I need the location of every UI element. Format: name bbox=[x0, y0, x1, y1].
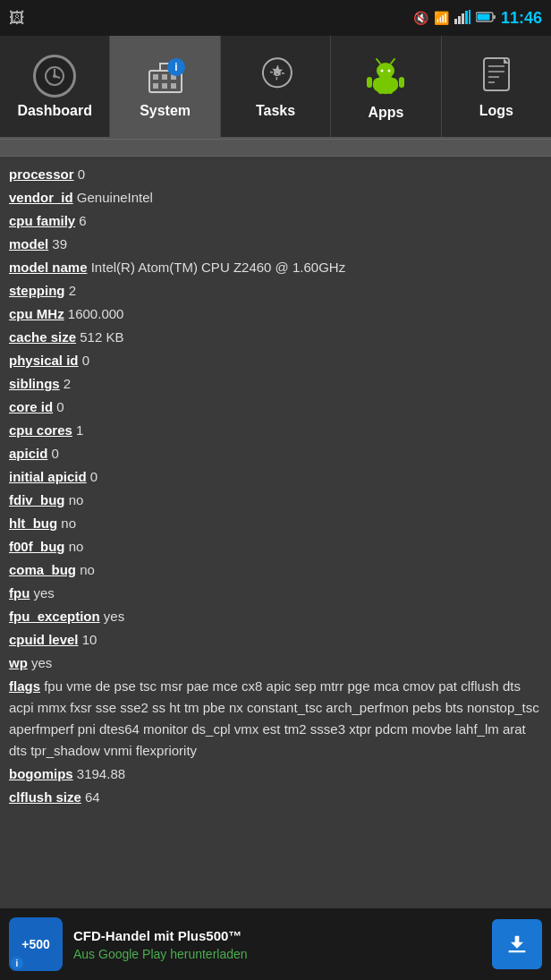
status-right: 🔇 📶 11:46 bbox=[413, 9, 542, 28]
info-row: flags fpu vme de pse tsc msr pae mce cx8… bbox=[9, 676, 542, 762]
svg-rect-6 bbox=[493, 15, 496, 19]
svg-rect-14 bbox=[162, 74, 167, 80]
tab-logs-label: Logs bbox=[479, 103, 513, 119]
ad-info-icon: i bbox=[11, 957, 23, 969]
info-row: wp yes bbox=[9, 652, 542, 674]
ad-download-button[interactable] bbox=[492, 919, 542, 969]
svg-rect-17 bbox=[162, 83, 167, 89]
info-row: coma_bug no bbox=[9, 559, 542, 581]
info-row: f00f_bug no bbox=[9, 536, 542, 558]
time-display: 11:46 bbox=[501, 9, 542, 28]
tab-tasks-label: Tasks bbox=[256, 103, 295, 119]
dashboard-icon bbox=[33, 55, 76, 98]
svg-rect-3 bbox=[465, 11, 468, 24]
tab-logs[interactable]: Logs bbox=[442, 36, 551, 137]
apps-icon bbox=[364, 53, 407, 99]
info-row: initial apicid 0 bbox=[9, 466, 542, 488]
info-row: physical id 0 bbox=[9, 350, 542, 371]
info-row: cpuid level 10 bbox=[9, 629, 542, 651]
info-row: cpu MHz 1600.000 bbox=[9, 303, 542, 325]
info-row: model name Intel(R) Atom(TM) CPU Z2460 @… bbox=[9, 257, 542, 278]
ad-banner: +500 i CFD-Handel mit Plus500™ Aus Googl… bbox=[0, 908, 551, 980]
svg-rect-36 bbox=[399, 77, 404, 88]
system-tab-icon: i bbox=[142, 55, 189, 98]
info-row: bogomips 3194.88 bbox=[9, 763, 542, 785]
tab-dashboard-label: Dashboard bbox=[17, 103, 92, 119]
mute-icon: 🔇 bbox=[413, 11, 428, 25]
logs-icon bbox=[477, 55, 516, 98]
photo-icon: 🖼 bbox=[9, 9, 25, 28]
status-bar: 🖼 🔇 📶 11:46 bbox=[0, 0, 551, 36]
info-row: core id 0 bbox=[9, 396, 542, 418]
info-row: vendor_id GenuineIntel bbox=[9, 187, 542, 209]
ad-icon: +500 i bbox=[9, 917, 63, 971]
svg-rect-7 bbox=[477, 14, 489, 21]
ad-text-block: CFD-Handel mit Plus500™ Aus Google Play … bbox=[73, 928, 481, 961]
info-row: clflush size 64 bbox=[9, 787, 542, 808]
info-row: processor 0 bbox=[9, 164, 542, 185]
svg-rect-18 bbox=[171, 83, 176, 89]
svg-rect-38 bbox=[388, 87, 393, 94]
svg-rect-29 bbox=[373, 78, 398, 90]
tab-apps-label: Apps bbox=[368, 105, 403, 121]
nav-tabs: Dashboard i System bbox=[0, 36, 551, 139]
tab-apps[interactable]: Apps bbox=[331, 36, 441, 137]
svg-rect-13 bbox=[153, 74, 158, 80]
info-row: model 39 bbox=[9, 234, 542, 255]
info-row: stepping 2 bbox=[9, 280, 542, 302]
tab-system-label: System bbox=[140, 103, 191, 119]
battery-icon bbox=[476, 11, 496, 25]
svg-line-34 bbox=[391, 59, 394, 64]
tab-dashboard[interactable]: Dashboard bbox=[0, 36, 110, 137]
info-row: cache size 512 KB bbox=[9, 327, 542, 348]
content-area[interactable]: processor 0vendor_id GenuineIntelcpu fam… bbox=[0, 157, 551, 908]
svg-rect-2 bbox=[462, 13, 464, 24]
svg-point-11 bbox=[53, 74, 56, 78]
svg-point-30 bbox=[377, 63, 394, 79]
tab-system[interactable]: i System bbox=[110, 36, 220, 137]
svg-rect-0 bbox=[454, 19, 457, 24]
svg-rect-37 bbox=[378, 87, 383, 94]
info-row: fpu yes bbox=[9, 583, 542, 604]
info-row: fpu_exception yes bbox=[9, 606, 542, 627]
svg-line-33 bbox=[377, 59, 380, 64]
ad-title: CFD-Handel mit Plus500™ bbox=[73, 928, 481, 943]
svg-text:i: i bbox=[174, 61, 177, 73]
tasks-icon bbox=[256, 55, 295, 98]
status-left: 🖼 bbox=[9, 9, 25, 28]
info-row: hlt_bug no bbox=[9, 513, 542, 534]
info-row: fdiv_bug no bbox=[9, 490, 542, 511]
svg-point-31 bbox=[381, 69, 384, 72]
svg-rect-1 bbox=[458, 16, 461, 24]
svg-rect-35 bbox=[367, 77, 372, 88]
ad-icon-text: +500 bbox=[21, 937, 50, 951]
svg-rect-16 bbox=[153, 83, 158, 89]
wifi-icon: 📶 bbox=[434, 11, 449, 25]
signal-icon bbox=[454, 10, 470, 27]
tab-tasks[interactable]: Tasks bbox=[221, 36, 331, 137]
separator-bar bbox=[0, 139, 551, 157]
info-row: cpu family 6 bbox=[9, 210, 542, 232]
svg-point-32 bbox=[388, 69, 391, 72]
info-row: apicid 0 bbox=[9, 443, 542, 464]
ad-subtitle: Aus Google Play herunterladen bbox=[73, 947, 481, 961]
info-row: cpu cores 1 bbox=[9, 420, 542, 441]
info-row: siblings 2 bbox=[9, 373, 542, 395]
svg-rect-4 bbox=[469, 10, 470, 24]
